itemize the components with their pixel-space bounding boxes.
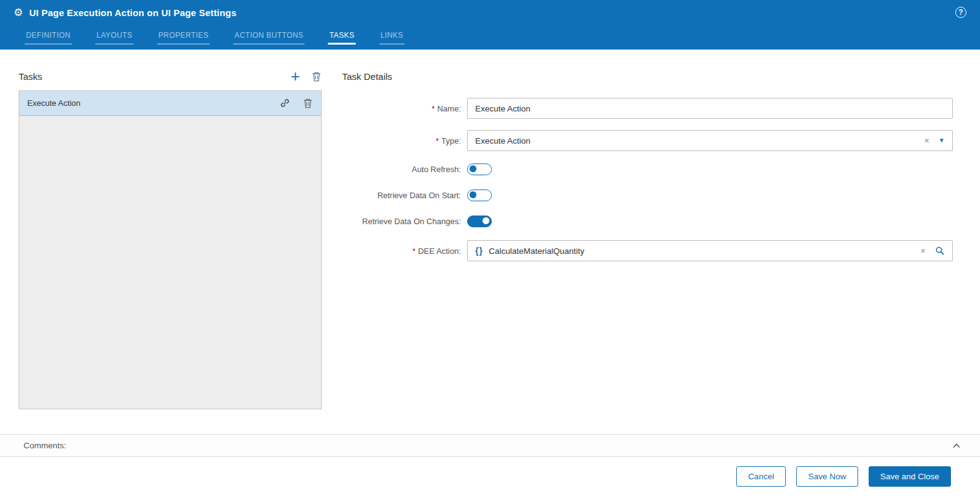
cancel-button[interactable]: Cancel [736, 466, 786, 487]
task-details-panel: Task Details *Name: Execute Action *Type… [342, 67, 953, 434]
dee-action-label: *DEE Action: [342, 246, 467, 256]
type-label: *Type: [342, 136, 467, 146]
search-icon[interactable] [935, 246, 945, 256]
required-mark: * [432, 104, 435, 113]
save-and-close-button[interactable]: Save and Close [869, 466, 951, 487]
braces-icon: {} [475, 246, 483, 256]
link-task-icon[interactable] [280, 98, 290, 108]
comments-label: Comments: [24, 441, 66, 450]
type-field-row: *Type: Execute Action × ▼ [342, 130, 953, 151]
help-icon[interactable]: ? [955, 7, 966, 18]
tab-definition[interactable]: DEFINITION [25, 31, 72, 45]
delete-task-icon[interactable] [311, 71, 322, 82]
save-now-button[interactable]: Save Now [796, 466, 858, 487]
task-details-form: *Name: Execute Action *Type: Execute Act… [342, 98, 953, 272]
tasks-panel-title: Tasks [19, 71, 42, 82]
task-list: Execute Action [19, 90, 322, 409]
task-details-title: Task Details [342, 71, 392, 82]
gear-icon: ⚙ [14, 7, 23, 18]
retrieve-data-on-start-toggle[interactable] [467, 189, 492, 201]
tab-properties[interactable]: PROPERTIES [157, 31, 210, 45]
retrieve-data-on-start-row: Retrieve Data On Start: [342, 188, 953, 202]
clear-dee-action-icon[interactable]: × [921, 246, 926, 255]
retrieve-data-on-changes-label: Retrieve Data On Changes: [342, 217, 467, 226]
tab-links[interactable]: LINKS [379, 31, 405, 45]
name-input[interactable]: Execute Action [467, 98, 953, 119]
footer-actions: Cancel Save Now Save and Close [0, 457, 980, 495]
main-content: Tasks + Execute Action [0, 50, 980, 434]
name-field-row: *Name: Execute Action [342, 98, 953, 119]
chevron-down-icon[interactable]: ▼ [939, 137, 945, 144]
delete-task-row-icon[interactable] [303, 98, 313, 108]
tasks-panel-header: Tasks + [19, 67, 322, 85]
task-list-item[interactable]: Execute Action [19, 91, 321, 116]
chevron-up-icon[interactable] [952, 441, 961, 451]
name-label: *Name: [342, 104, 467, 113]
name-value: Execute Action [475, 104, 530, 113]
comments-bar[interactable]: Comments: [0, 434, 980, 457]
dee-action-value: CalculateMaterialQuantity [489, 246, 585, 256]
dee-action-row: *DEE Action: {} CalculateMaterialQuantit… [342, 240, 953, 261]
window-header: ⚙ UI Page Execution Action on UI Page Se… [0, 0, 980, 25]
retrieve-data-on-changes-toggle[interactable] [467, 215, 492, 227]
required-mark: * [436, 136, 439, 146]
tasks-panel: Tasks + Execute Action [19, 67, 322, 434]
task-item-label: Execute Action [27, 98, 80, 108]
auto-refresh-toggle[interactable] [467, 163, 492, 175]
add-task-icon[interactable]: + [291, 69, 300, 83]
tab-bar: DEFINITION LAYOUTS PROPERTIES ACTION BUT… [0, 25, 980, 50]
tab-action-buttons[interactable]: ACTION BUTTONS [233, 31, 304, 45]
type-value: Execute Action [475, 136, 530, 146]
clear-type-icon[interactable]: × [924, 136, 929, 145]
retrieve-data-on-start-label: Retrieve Data On Start: [342, 191, 467, 200]
tab-layouts[interactable]: LAYOUTS [95, 31, 134, 45]
retrieve-data-on-changes-row: Retrieve Data On Changes: [342, 214, 953, 228]
dee-action-input[interactable]: {} CalculateMaterialQuantity × [467, 240, 953, 261]
auto-refresh-label: Auto Refresh: [342, 165, 467, 174]
type-select[interactable]: Execute Action × ▼ [467, 130, 953, 151]
tab-tasks[interactable]: TASKS [328, 31, 355, 45]
required-mark: * [413, 246, 416, 256]
task-details-header: Task Details [342, 67, 953, 85]
page-title: UI Page Execution Action on UI Page Sett… [29, 7, 236, 18]
auto-refresh-row: Auto Refresh: [342, 162, 953, 176]
